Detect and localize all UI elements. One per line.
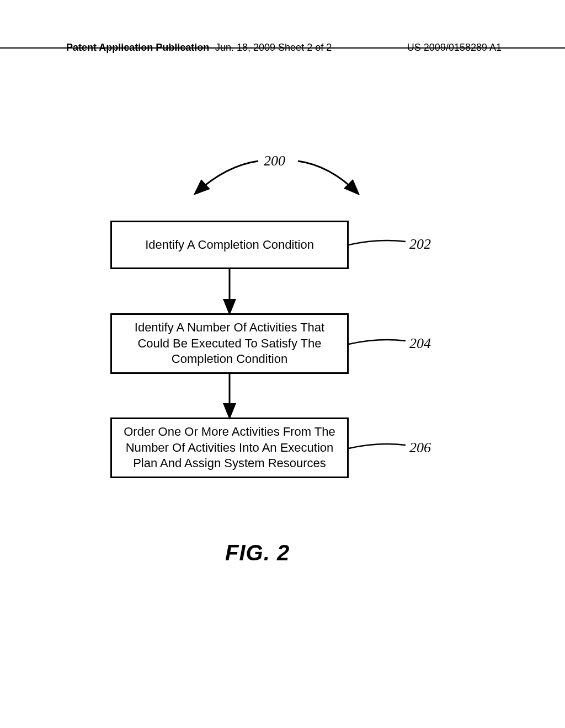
figure-label: FIG. 2: [225, 540, 290, 565]
box-206-text: Order One Or More Activities From The Nu…: [120, 424, 339, 472]
page-header: Patent Application Publication Jun. 18, …: [0, 43, 565, 49]
leader-206-icon: [349, 444, 406, 448]
leader-204-icon: [349, 340, 406, 344]
box-204-text: Identify A Number Of Activities That Cou…: [120, 320, 339, 367]
leader-202-icon: [349, 240, 406, 245]
curve-right-icon: [298, 161, 358, 193]
ref-200: 200: [264, 153, 285, 169]
box-206: Order One Or More Activities From The Nu…: [110, 417, 349, 478]
box-202-text: Identify A Completion Condition: [145, 237, 314, 253]
ref-202: 202: [409, 236, 431, 253]
header-right: US 2009/0158289 A1: [407, 42, 502, 53]
box-204: Identify A Number Of Activities That Cou…: [110, 313, 349, 374]
curve-left-icon: [196, 161, 258, 193]
ref-204: 204: [409, 335, 431, 352]
ref-206: 206: [409, 440, 431, 456]
box-202: Identify A Completion Condition: [110, 221, 349, 269]
header-left: Patent Application Publication: [66, 42, 209, 53]
header-center: Jun. 18, 2009 Sheet 2 of 2: [215, 42, 332, 53]
